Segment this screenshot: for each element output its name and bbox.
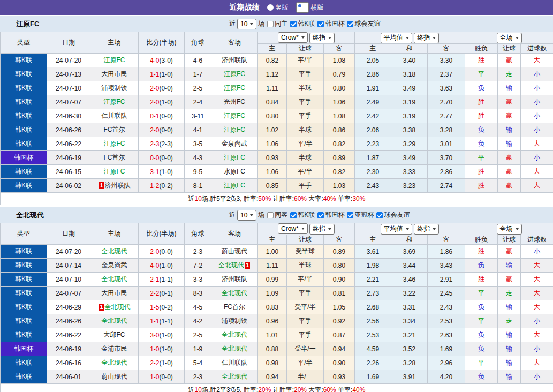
- away-team-cell: 金泉尚武: [211, 137, 258, 151]
- league-checkbox-1[interactable]: 韩国杯: [317, 19, 344, 28]
- corner-cell: 3-3: [185, 273, 211, 287]
- league-checkbox-1[interactable]: 韩国杯: [317, 210, 344, 220]
- sub-col-header: 让球: [287, 44, 324, 54]
- same-venue-checkbox[interactable]: 同客: [267, 210, 287, 220]
- avg-time-select[interactable]: 终指: [414, 33, 439, 43]
- full-score: 3-0: [150, 331, 159, 339]
- same-venue-checkbox[interactable]: 同主: [267, 19, 287, 28]
- match-count-select[interactable]: 10: [237, 210, 256, 221]
- avg-draw-cell: 3.44: [391, 259, 428, 273]
- checkbox-icon: [290, 212, 297, 218]
- date-cell: 24-07-13: [47, 67, 90, 81]
- type-cell: 韩K联: [1, 137, 47, 151]
- result-cell: 胜: [465, 273, 498, 287]
- odds-away-cell: 0.82: [324, 165, 355, 179]
- avg-draw-cell: 3.49: [391, 151, 428, 165]
- corner-cell: 2-5: [185, 328, 211, 342]
- avg-select[interactable]: 平均值: [381, 224, 412, 235]
- result-cell: 负: [465, 370, 498, 384]
- avg-away-cell: 1.69: [428, 342, 465, 356]
- avg-select[interactable]: 平均值: [381, 33, 412, 43]
- away-team-name: 全北现代: [222, 331, 247, 338]
- avg-select-value: 平均值: [384, 33, 403, 42]
- date-cell: 24-06-01: [47, 370, 90, 384]
- avg-draw-cell: 3.52: [391, 342, 428, 356]
- sub-col-header: 客: [324, 44, 355, 54]
- score-cell: 1-0(0-0): [139, 370, 185, 384]
- score-cell: 4-0(1-0): [139, 259, 185, 273]
- avg-draw-cell: 3.21: [391, 328, 428, 342]
- summary-value: 40%: [323, 195, 336, 202]
- type-cell: 韩国杯: [1, 342, 47, 356]
- scope-select[interactable]: 全场: [497, 224, 522, 235]
- checkbox-icon: [317, 212, 324, 218]
- avg-home-cell: 1.91: [355, 81, 391, 95]
- league-checkbox-2[interactable]: 球会友谊: [347, 19, 380, 28]
- result-cell: 胜: [465, 179, 498, 193]
- score-cell: 2-3(2-3): [139, 137, 185, 151]
- corner-cell: 4-6: [185, 54, 211, 67]
- odds-handicap-cell: 平手: [287, 179, 324, 193]
- page-title: 近期战绩: [230, 3, 260, 12]
- sub-col-header: 让球: [498, 44, 521, 54]
- goals-result-cell: 大: [521, 259, 553, 273]
- avg-away-cell: 3.70: [428, 151, 465, 165]
- avg-time-select[interactable]: 终指: [414, 224, 439, 235]
- avg-away-cell: 2.77: [428, 109, 465, 123]
- summary-row: 近10场,胜5平2负3, 胜率:50% 让胜率:60% 大率:40% 单率:30…: [1, 193, 553, 205]
- home-team-cell: 金浦市民: [90, 342, 139, 356]
- league-checkbox-0[interactable]: 韩K联: [290, 19, 315, 28]
- date-cell: 24-06-22: [47, 137, 90, 151]
- radio-icon: [296, 2, 309, 13]
- full-score: 2-1: [150, 276, 159, 283]
- result-cell: 负: [465, 81, 498, 95]
- odds-handicap-cell: 平手: [287, 314, 324, 328]
- odds-time-select[interactable]: 终指: [309, 224, 335, 235]
- layout-radio-vertical[interactable]: 竖版: [267, 2, 289, 13]
- away-team-cell: 光州FC: [211, 95, 258, 109]
- league-checkbox-1-label: 韩国杯: [325, 19, 344, 28]
- match-row: 韩K联24-06-291全北现代1-5(0-2)4-5FC首尔0.83受平/半1…: [1, 300, 553, 314]
- home-team-cell: FC首尔: [90, 151, 139, 165]
- match-count-select[interactable]: 10: [237, 19, 256, 29]
- match-row: 韩K联24-07-10浦项制铁2-0(0-0)2-5江原FC1.11半球0.80…: [1, 81, 553, 95]
- score-cell: 0-1(0-0): [139, 109, 185, 123]
- type-cell: 韩K联: [1, 259, 47, 273]
- result-cell: 负: [465, 137, 498, 151]
- handicap-result-cell: 赢: [498, 245, 521, 259]
- home-team-name: 大邱FC: [104, 331, 125, 338]
- handicap-result-cell: 输: [498, 370, 521, 384]
- match-count-select-value: 10: [240, 20, 247, 28]
- home-team-cell: 江原FC: [90, 95, 139, 109]
- col-header: 角球: [185, 223, 211, 245]
- summary-row: 近10场,胜2平3负5, 胜率:20% 让胜率:20% 大率:60% 单率:40…: [1, 384, 553, 392]
- col-header: 比分(半场): [139, 223, 185, 245]
- table-head: 类型日期主场比分(半场)角球客场Crow* 终指平均值 终指全场主让球客主和客胜…: [1, 223, 553, 245]
- league-checkbox-2-label: 亚冠杯: [354, 210, 374, 220]
- half-score: (0-0): [160, 126, 173, 134]
- league-checkbox-2[interactable]: 亚冠杯: [347, 210, 374, 220]
- layout-radio-horizontal[interactable]: 横版: [296, 2, 324, 13]
- away-team-cell: FC首尔: [211, 300, 258, 314]
- half-score: (0-0): [160, 154, 173, 162]
- away-team-cell: 江原FC: [211, 123, 258, 137]
- odds-company-select-value: Crow*: [281, 225, 299, 232]
- team-name: 江原FC: [16, 19, 39, 29]
- odds-home-cell: 1.11: [258, 259, 287, 273]
- odds-away-cell: 0.89: [324, 151, 355, 165]
- goals-result-cell: 大: [521, 179, 553, 193]
- odds-home-cell: 0.82: [258, 54, 287, 67]
- odds-company-select[interactable]: Crow*: [278, 223, 308, 234]
- avg-away-cell: 2.53: [428, 314, 465, 328]
- odds-company-select[interactable]: Crow*: [278, 32, 308, 43]
- date-cell: 24-07-20: [47, 54, 90, 67]
- away-team-name: 全北现代: [222, 345, 247, 352]
- header-bar: 近期战绩 竖版横版: [0, 0, 553, 15]
- league-checkbox-3[interactable]: 球会友谊: [376, 210, 410, 220]
- avg-home-cell: 2.49: [355, 95, 391, 109]
- league-checkbox-0[interactable]: 韩K联: [290, 210, 315, 220]
- home-team-name: 仁川联队: [102, 112, 127, 119]
- scope-select[interactable]: 全场: [497, 33, 522, 43]
- odds-time-select[interactable]: 终指: [309, 33, 335, 43]
- section-header-1: 全北现代近10场同客韩K联韩国杯亚冠杯球会友谊: [0, 207, 553, 223]
